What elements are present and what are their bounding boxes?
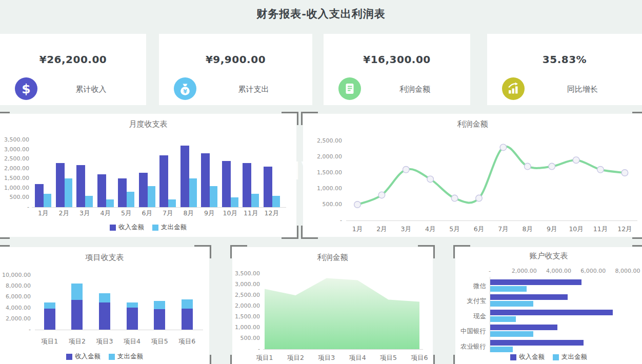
category-label: 5月 <box>442 225 468 234</box>
category-label: 10月 <box>564 225 589 234</box>
expense-bar <box>127 302 138 308</box>
expense-bar <box>106 199 114 207</box>
x-axis-line <box>32 207 286 208</box>
expense-bar <box>490 286 527 292</box>
kpi-value: ¥9,900.00 <box>159 53 312 66</box>
data-point-marker <box>525 163 531 170</box>
category-label: 6月 <box>466 225 492 234</box>
legend-item: 收入金额 <box>110 223 144 232</box>
expense-bar <box>44 194 51 207</box>
data-point-marker <box>427 176 434 183</box>
category-label: 项目2 <box>64 337 90 346</box>
legend-item: 收入金额 <box>66 352 101 361</box>
income-bar <box>118 178 127 207</box>
income-bar <box>201 153 210 207</box>
chart-legend: 收入金额支出金额 <box>0 223 296 232</box>
y-axis-tick: 4,000.00 <box>0 305 31 311</box>
data-point-marker <box>451 195 458 201</box>
panel-account-income-expense: 账户收支表 -2,000.004,000.006,000.008,000.00微… <box>455 247 642 364</box>
profit-line-chart: 2,500.002,000.001,500.001,000.00500.00-1… <box>303 114 642 237</box>
income-bar <box>139 173 148 207</box>
legend-swatch-income <box>510 354 516 360</box>
corner-bracket <box>0 245 10 258</box>
x-axis-tick: 6,000.00 <box>577 268 610 274</box>
category-label: 微信 <box>455 282 486 291</box>
income-bar <box>35 184 44 207</box>
chart-legend: 收入金额支出金额 <box>0 352 209 361</box>
x-axis-tick: 8,000.00 <box>611 268 642 274</box>
legend-label: 收入金额 <box>519 353 545 361</box>
legend-label: 收入金额 <box>75 352 101 361</box>
expense-bar <box>148 186 155 207</box>
money-bag-icon: ¥ <box>173 77 197 100</box>
income-bar <box>44 309 55 330</box>
legend-swatch-income <box>110 225 116 231</box>
income-bar <box>159 155 168 207</box>
expense-bar <box>85 196 93 208</box>
expense-bar <box>154 301 165 309</box>
income-bar <box>243 163 251 207</box>
income-bar <box>490 310 613 315</box>
legend-label: 支出金额 <box>161 223 187 232</box>
category-label: 支付宝 <box>455 297 486 306</box>
y-axis-tick: - <box>0 326 31 333</box>
x-axis-tick: 2,000.00 <box>508 268 540 274</box>
expense-bar <box>231 197 238 207</box>
x-axis-tick: - <box>473 268 506 274</box>
data-point-marker <box>597 167 604 173</box>
category-label: 8月 <box>515 225 540 234</box>
y-axis-tick: 1,000.00 <box>0 185 29 191</box>
panel-monthly-income-expense: 月度收支表 3,500.003,000.002,500.002,000.001,… <box>0 114 296 237</box>
y-axis-tick: 6,000.00 <box>0 293 31 300</box>
expense-bar <box>490 301 533 307</box>
data-point-marker <box>573 157 579 164</box>
kpi-card-profit: ¥16,300.00 利润金额 <box>324 34 470 105</box>
growth-chart-icon <box>501 77 525 100</box>
income-bar <box>490 325 557 330</box>
legend-item: 支出金额 <box>553 353 587 361</box>
expense-bar <box>182 299 193 309</box>
category-label: 7月 <box>490 225 516 234</box>
kpi-value: ¥26,200.00 <box>0 53 146 66</box>
y-axis-tick: 2,000.00 <box>0 165 29 172</box>
x-axis-line <box>35 330 203 330</box>
legend-swatch-expense <box>152 225 158 231</box>
income-bar <box>490 340 584 346</box>
legend-item: 支出金额 <box>152 223 187 232</box>
y-axis-tick: 8,000.00 <box>0 282 31 289</box>
y-axis-tick: 10,000.00 <box>0 272 31 278</box>
kpi-label: 累计收入 <box>46 85 136 94</box>
corner-bracket <box>453 355 470 364</box>
income-bar <box>71 300 83 330</box>
category-label: 项目5 <box>376 354 402 362</box>
legend-label: 支出金额 <box>561 353 587 361</box>
expense-bar <box>71 284 83 300</box>
expense-bar <box>490 316 516 322</box>
category-label: 11月 <box>588 225 613 234</box>
corner-bracket <box>418 355 435 364</box>
kpi-value: 35.83% <box>487 53 642 66</box>
category-label: 现金 <box>455 312 486 321</box>
corner-bracket <box>194 245 211 258</box>
category-label: 1月 <box>345 225 370 234</box>
dollar-icon: $ <box>14 77 38 100</box>
y-axis-tick: 500.00 <box>0 194 29 200</box>
corner-bracket <box>230 245 247 258</box>
corner-bracket <box>230 355 247 364</box>
monthly-bar-chart: 3,500.003,000.002,500.002,000.001,500.00… <box>0 114 296 237</box>
income-bar <box>490 294 568 300</box>
project-stacked-bar-chart: 10,000.008,000.006,000.004,000.002,000.0… <box>0 247 209 364</box>
y-axis-tick: 2,500.00 <box>0 155 29 162</box>
panel-project-income-expense: 项目收支表 10,000.008,000.006,000.004,000.002… <box>0 247 209 364</box>
expense-bar <box>99 293 110 302</box>
category-label: 项目5 <box>147 337 172 346</box>
svg-text:¥: ¥ <box>183 88 187 95</box>
data-point-marker <box>500 144 507 151</box>
kpi-card-total-expense: ¥9,900.00 ¥ 累计支出 <box>159 34 312 105</box>
corner-bracket <box>282 226 298 239</box>
income-bar <box>490 279 581 285</box>
kpi-label: 利润金额 <box>370 85 460 94</box>
svg-text:$: $ <box>22 82 30 96</box>
x-axis-tick: 4,000.00 <box>543 268 575 274</box>
category-label: 项目2 <box>283 354 308 362</box>
